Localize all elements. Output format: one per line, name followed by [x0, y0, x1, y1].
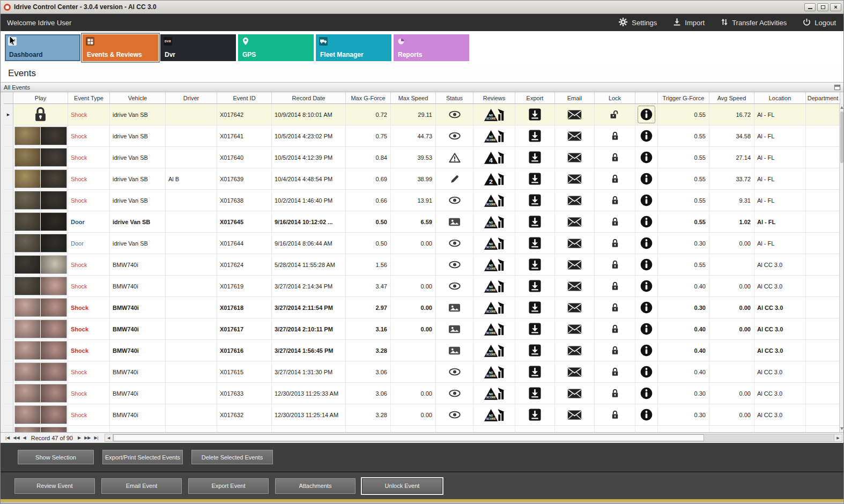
cell-export[interactable]: [515, 426, 555, 432]
next-page-icon[interactable]: ▶▶: [84, 435, 91, 440]
prev-page-icon[interactable]: ◀◀: [13, 435, 19, 440]
cell-email[interactable]: [555, 233, 595, 254]
cell-status[interactable]: [436, 104, 473, 125]
table-row[interactable]: Shock idrive Van SB X017638 10/2/2014 1:…: [4, 190, 840, 211]
show-selection-button[interactable]: Show Selection: [18, 450, 94, 464]
cell-reviews[interactable]: NOSCORE: [473, 104, 515, 125]
cell-status[interactable]: [436, 297, 473, 318]
unlock-event-button[interactable]: Unlock Event: [362, 478, 442, 494]
event-thumbnail[interactable]: [15, 127, 66, 145]
scroll-right-icon[interactable]: ▶: [834, 434, 842, 441]
cell-email[interactable]: [555, 318, 595, 339]
table-row[interactable]: Shock BMW740i X017618 3/27/2014 2:11:54 …: [4, 297, 840, 318]
cell-email[interactable]: [555, 383, 595, 404]
cell-play[interactable]: [13, 211, 68, 232]
cell-reviews[interactable]: 2: [473, 168, 515, 189]
event-thumbnail[interactable]: [15, 191, 66, 209]
cell-export[interactable]: [515, 211, 555, 232]
tab-events-reviews[interactable]: Events & Reviews: [83, 34, 158, 61]
table-row[interactable]: ▶ Shock idrive Van SB X017642 10/9/2014 …: [4, 104, 840, 125]
table-row[interactable]: Shock idrive Van SB Al B X017639 10/4/20…: [4, 168, 840, 190]
delete-selected-button[interactable]: Delete Selected Events: [191, 450, 273, 464]
cell-reviews[interactable]: NOSCORE: [473, 190, 515, 211]
cell-lock[interactable]: [595, 211, 635, 232]
cell-email[interactable]: [555, 104, 595, 125]
cell-info[interactable]: [635, 276, 658, 297]
cell-export[interactable]: [515, 318, 555, 339]
event-thumbnail[interactable]: [15, 170, 66, 188]
event-thumbnail[interactable]: [15, 299, 66, 316]
cell-info[interactable]: [635, 233, 658, 254]
cell-play[interactable]: [13, 233, 68, 254]
col-email[interactable]: Email: [555, 92, 595, 103]
cell-lock[interactable]: [595, 404, 635, 425]
horizontal-scrollbar[interactable]: ◀ ▶: [105, 434, 842, 442]
col-driver[interactable]: Driver: [166, 92, 217, 103]
export-event-button[interactable]: Export Event: [188, 478, 269, 494]
cell-lock[interactable]: [595, 147, 635, 168]
cell-info[interactable]: [635, 361, 658, 382]
cell-export[interactable]: [515, 190, 555, 211]
cell-play[interactable]: [13, 125, 68, 146]
last-record-icon[interactable]: ▶|: [94, 435, 98, 440]
cell-status[interactable]: [436, 383, 473, 404]
table-row[interactable]: Shock BMW740i X017615 3/27/2014 1:31:30 …: [4, 361, 840, 383]
cell-info[interactable]: [635, 383, 658, 404]
cell-lock[interactable]: [595, 276, 635, 297]
horizontal-scroll-thumb[interactable]: [113, 434, 704, 441]
cell-reviews[interactable]: NOSCORE: [473, 404, 515, 425]
cell-lock[interactable]: [595, 297, 635, 318]
table-row[interactable]: [4, 426, 840, 432]
cell-email[interactable]: [555, 404, 595, 425]
cell-reviews[interactable]: NOSCORE: [473, 318, 515, 339]
col-status[interactable]: Status: [436, 92, 473, 103]
cell-status[interactable]: [436, 426, 473, 432]
col-event-type[interactable]: Event Type: [68, 92, 110, 103]
transfer-activities-button[interactable]: Transfer Activities: [721, 18, 787, 28]
cell-email[interactable]: [555, 125, 595, 146]
cell-info[interactable]: [635, 318, 658, 339]
table-row[interactable]: Door idrive Van SB X017645 9/16/2014 10:…: [4, 211, 840, 233]
cell-email[interactable]: [555, 168, 595, 189]
cell-play[interactable]: [13, 340, 68, 361]
cell-reviews[interactable]: NOSCORE: [473, 276, 515, 297]
table-row[interactable]: Shock BMW740i X017633 12/30/2013 11:25:3…: [4, 383, 840, 404]
cell-play[interactable]: [13, 276, 68, 297]
cell-reviews[interactable]: [473, 426, 515, 432]
cell-export[interactable]: [515, 254, 555, 275]
col-location[interactable]: Location: [754, 92, 806, 103]
cell-info[interactable]: [635, 104, 658, 125]
email-event-button[interactable]: Email Event: [101, 478, 182, 494]
import-button[interactable]: Import: [673, 18, 705, 28]
close-button[interactable]: ×: [830, 3, 841, 11]
col-info[interactable]: [635, 92, 658, 103]
cell-info[interactable]: [635, 168, 658, 189]
table-row[interactable]: Shock BMW740i X017632 12/30/2013 11:25:1…: [4, 404, 840, 426]
table-row[interactable]: Shock idrive Van SB X017641 10/5/2014 4:…: [4, 125, 840, 147]
cell-reviews[interactable]: NOSCORE: [473, 233, 515, 254]
cell-email[interactable]: [555, 426, 595, 432]
next-record-icon[interactable]: ▶: [78, 435, 81, 440]
cell-lock[interactable]: [595, 426, 635, 432]
cell-reviews[interactable]: NOSCORE: [473, 254, 515, 275]
col-event-id[interactable]: Event ID: [217, 92, 272, 103]
maximize-button[interactable]: [817, 3, 828, 11]
col-record-date[interactable]: Record Date: [272, 92, 346, 103]
cell-status[interactable]: [436, 276, 473, 297]
cell-export[interactable]: [515, 104, 555, 125]
cell-play[interactable]: [13, 297, 68, 318]
cell-email[interactable]: [555, 276, 595, 297]
cell-play[interactable]: [13, 190, 68, 211]
cell-export[interactable]: [515, 297, 555, 318]
cell-play[interactable]: [13, 318, 68, 339]
cell-play[interactable]: [13, 168, 68, 189]
event-thumbnail[interactable]: [15, 342, 66, 359]
cell-reviews[interactable]: NOSCORE: [473, 383, 515, 404]
col-reviews[interactable]: Reviews: [473, 92, 515, 103]
table-row[interactable]: Shock BMW740i X017624 5/28/2014 11:55:28…: [4, 254, 840, 276]
cell-export[interactable]: [515, 383, 555, 404]
col-lock[interactable]: Lock: [595, 92, 635, 103]
event-thumbnail[interactable]: [15, 234, 66, 252]
cell-email[interactable]: [555, 254, 595, 275]
cell-status[interactable]: [436, 147, 473, 168]
